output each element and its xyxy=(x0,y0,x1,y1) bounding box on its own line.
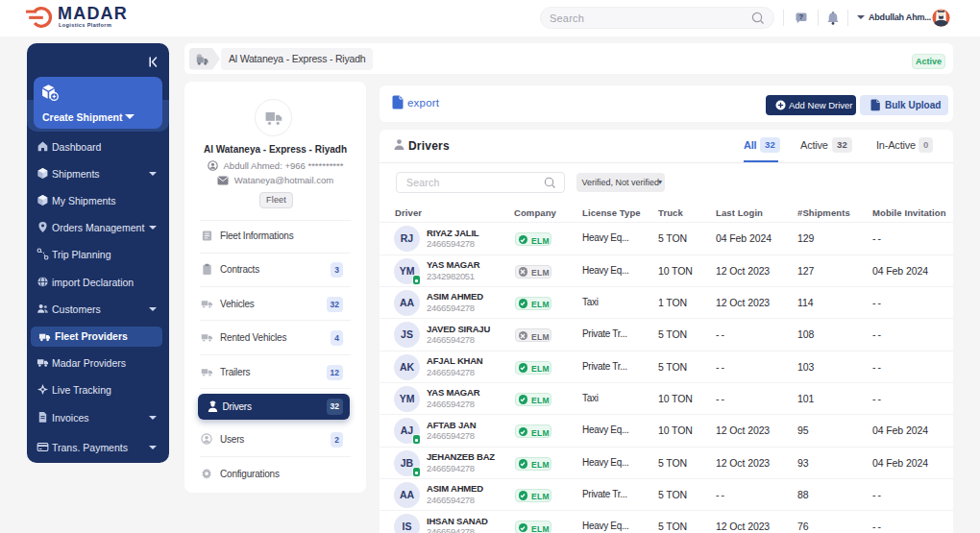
svg-text:?: ? xyxy=(799,12,804,21)
